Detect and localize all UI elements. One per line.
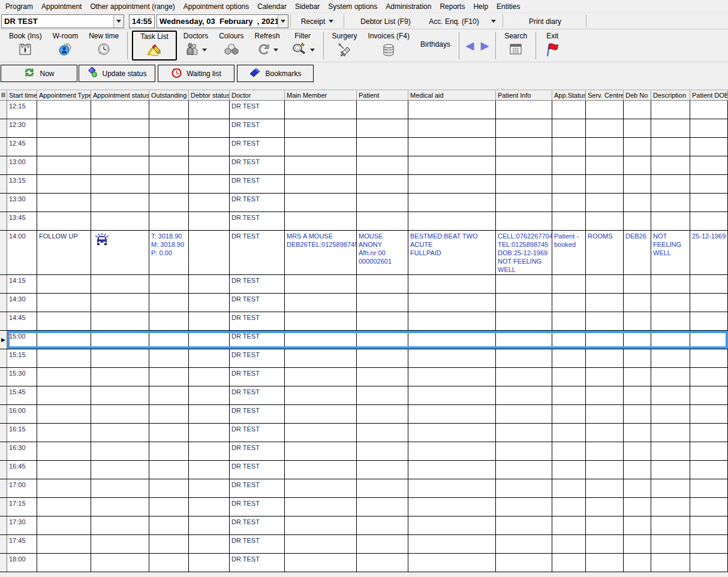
cell-main-member[interactable]: [285, 424, 357, 442]
diary-row-13-00[interactable]: 13:00DR TEST: [0, 156, 728, 175]
diary-row-15-45[interactable]: 15:45DR TEST: [0, 386, 728, 405]
cell-appointment-status[interactable]: [91, 138, 149, 156]
column-header-deb-no[interactable]: Deb No: [624, 90, 651, 100]
cell-app-status[interactable]: [552, 331, 586, 349]
cell-patient-dob[interactable]: [690, 498, 728, 516]
cell-patient-dob[interactable]: [690, 275, 728, 293]
cell-appointment-status[interactable]: [91, 194, 149, 212]
cell-outstanding[interactable]: T: 3018.90 M: 3018.90 P: 0.00: [149, 231, 189, 274]
chevron-down-icon[interactable]: [202, 49, 207, 52]
cell-appointment-status[interactable]: [91, 479, 149, 497]
cell-serv-centre[interactable]: [586, 442, 624, 460]
cell-start-time[interactable]: 15:15: [7, 349, 37, 367]
cell-debtor-status[interactable]: [189, 294, 230, 312]
cell-serv-centre[interactable]: [586, 101, 624, 119]
date-select[interactable]: Wednesday, 03 February , 2021: [157, 14, 288, 28]
diary-row-13-30[interactable]: 13:30DR TEST: [0, 194, 728, 212]
cell-main-member[interactable]: [285, 275, 357, 293]
cell-patient[interactable]: [357, 194, 408, 212]
cell-serv-centre[interactable]: [586, 479, 624, 497]
cell-main-member[interactable]: [285, 101, 357, 119]
cell-deb-no[interactable]: [624, 424, 651, 442]
cell-appointment-status[interactable]: [91, 405, 149, 423]
cell-start-time[interactable]: 12:30: [7, 119, 37, 137]
cell-deb-no[interactable]: [624, 535, 651, 553]
cell-debtor-status[interactable]: [189, 194, 230, 212]
cell-description[interactable]: [651, 405, 690, 423]
cell-deb-no[interactable]: [624, 119, 651, 137]
cell-patient[interactable]: [357, 331, 408, 349]
menu-item-calendar[interactable]: Calendar: [253, 1, 291, 13]
cell-debtor-status[interactable]: [189, 516, 230, 534]
cell-medical-aid[interactable]: [408, 275, 496, 293]
cell-description[interactable]: [651, 175, 690, 193]
cell-serv-centre[interactable]: [586, 405, 624, 423]
cell-appointment-type[interactable]: [37, 516, 91, 534]
cell-deb-no[interactable]: [624, 349, 651, 367]
cell-description[interactable]: [651, 331, 690, 349]
cell-doctor[interactable]: DR TEST: [230, 275, 285, 293]
cell-patient-info[interactable]: [496, 194, 552, 212]
column-header-debtor-status[interactable]: Debtor status: [189, 90, 230, 100]
cell-debtor-status[interactable]: [189, 479, 230, 497]
row-selector[interactable]: [0, 175, 7, 193]
cell-appointment-status[interactable]: [91, 368, 149, 386]
cell-appointment-status[interactable]: [91, 424, 149, 442]
row-selector[interactable]: [0, 212, 7, 230]
cell-doctor[interactable]: DR TEST: [230, 405, 285, 423]
cell-outstanding[interactable]: [149, 194, 189, 212]
cell-appointment-type[interactable]: [37, 194, 91, 212]
cell-app-status[interactable]: [552, 312, 586, 330]
cell-debtor-status[interactable]: [189, 461, 230, 479]
cell-doctor[interactable]: DR TEST: [230, 516, 285, 534]
cell-patient[interactable]: [357, 101, 408, 119]
cell-patient-dob[interactable]: [690, 442, 728, 460]
cell-patient[interactable]: MOUSE ANONY Afh.nr:00 000002601: [357, 231, 408, 274]
cell-debtor-status[interactable]: [189, 442, 230, 460]
cell-patient-info[interactable]: [496, 275, 552, 293]
cell-appointment-type[interactable]: [37, 275, 91, 293]
cell-appointment-type[interactable]: [37, 119, 91, 137]
cell-start-time[interactable]: 12:45: [7, 138, 37, 156]
cell-medical-aid[interactable]: [408, 479, 496, 497]
cell-outstanding[interactable]: [149, 386, 189, 404]
cell-start-time[interactable]: 17:15: [7, 498, 37, 516]
cell-patient-dob[interactable]: [690, 312, 728, 330]
cell-appointment-status[interactable]: [91, 516, 149, 534]
cell-start-time[interactable]: 14:00: [7, 231, 37, 274]
cell-medical-aid[interactable]: [408, 212, 496, 230]
cell-medical-aid[interactable]: [408, 138, 496, 156]
diary-row-16-45[interactable]: 16:45DR TEST: [0, 461, 728, 479]
cell-doctor[interactable]: DR TEST: [230, 331, 285, 349]
diary-row-15-15[interactable]: 15:15DR TEST: [0, 349, 728, 368]
menu-item-appointment[interactable]: Appointment: [37, 1, 86, 13]
cell-doctor[interactable]: DR TEST: [230, 119, 285, 137]
cell-app-status[interactable]: [552, 294, 586, 312]
cell-main-member[interactable]: MRS A MOUSE DEB26TEL:0125898745: [285, 231, 357, 274]
cell-main-member[interactable]: [285, 386, 357, 404]
cell-medical-aid[interactable]: [408, 442, 496, 460]
cell-appointment-status[interactable]: [91, 294, 149, 312]
cell-doctor[interactable]: DR TEST: [230, 442, 285, 460]
cell-start-time[interactable]: 16:45: [7, 461, 37, 479]
row-selector[interactable]: [0, 101, 7, 119]
cell-app-status[interactable]: [552, 479, 586, 497]
cell-deb-no[interactable]: [624, 386, 651, 404]
cell-patient-info[interactable]: [496, 386, 552, 404]
cell-outstanding[interactable]: [149, 554, 189, 572]
cell-patient-dob[interactable]: [690, 156, 728, 174]
cell-patient[interactable]: [357, 516, 408, 534]
cell-description[interactable]: [651, 424, 690, 442]
print-diary-button[interactable]: Print diary: [507, 14, 583, 28]
cell-description[interactable]: [651, 194, 690, 212]
cell-patient-info[interactable]: [496, 424, 552, 442]
cell-medical-aid[interactable]: [408, 535, 496, 553]
cell-app-status[interactable]: [552, 498, 586, 516]
cell-appointment-type[interactable]: [37, 442, 91, 460]
cell-debtor-status[interactable]: [189, 498, 230, 516]
column-header-outstanding[interactable]: Outstanding: [149, 90, 189, 100]
column-header-main-member[interactable]: Main Member: [285, 90, 357, 100]
cell-start-time[interactable]: 16:30: [7, 442, 37, 460]
cell-patient-dob[interactable]: [690, 331, 728, 349]
cell-main-member[interactable]: [285, 175, 357, 193]
